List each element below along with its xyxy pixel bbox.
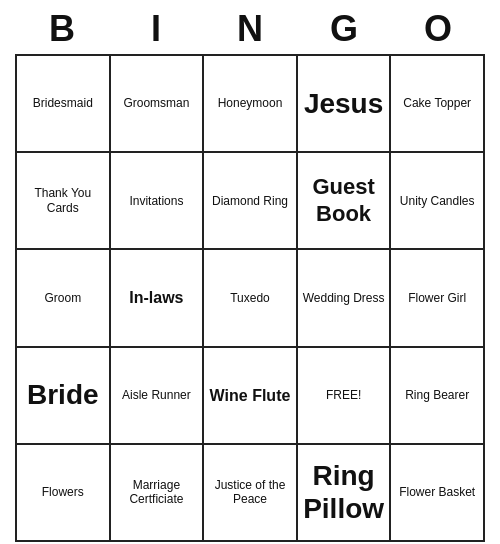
cell-text-14: Flower Girl [408, 291, 466, 305]
header-o: O [394, 8, 482, 50]
bingo-cell-19: Ring Bearer [391, 348, 485, 445]
bingo-cell-24: Flower Basket [391, 445, 485, 542]
header-i: I [112, 8, 200, 50]
cell-text-11: In-laws [129, 288, 183, 307]
cell-text-10: Groom [44, 291, 81, 305]
cell-text-16: Aisle Runner [122, 388, 191, 402]
cell-text-0: Bridesmaid [33, 96, 93, 110]
bingo-cell-16: Aisle Runner [111, 348, 205, 445]
bingo-cell-14: Flower Girl [391, 250, 485, 347]
bingo-cell-0: Bridesmaid [17, 56, 111, 153]
bingo-cell-17: Wine Flute [204, 348, 298, 445]
bingo-grid: BridesmaidGroomsmanHoneymoonJesusCake To… [15, 54, 485, 542]
cell-text-3: Jesus [304, 87, 383, 121]
cell-text-12: Tuxedo [230, 291, 270, 305]
cell-text-20: Flowers [42, 485, 84, 499]
bingo-cell-12: Tuxedo [204, 250, 298, 347]
bingo-cell-21: Marriage Certficiate [111, 445, 205, 542]
cell-text-9: Unity Candles [400, 194, 475, 208]
cell-text-23: Ring Pillow [301, 459, 387, 526]
header-g: G [300, 8, 388, 50]
header-n: N [206, 8, 294, 50]
bingo-cell-20: Flowers [17, 445, 111, 542]
cell-text-4: Cake Topper [403, 96, 471, 110]
bingo-cell-10: Groom [17, 250, 111, 347]
bingo-cell-13: Wedding Dress [298, 250, 392, 347]
bingo-cell-5: Thank You Cards [17, 153, 111, 250]
bingo-cell-1: Groomsman [111, 56, 205, 153]
bingo-cell-4: Cake Topper [391, 56, 485, 153]
cell-text-24: Flower Basket [399, 485, 475, 499]
bingo-cell-3: Jesus [298, 56, 392, 153]
cell-text-18: FREE! [326, 388, 361, 402]
cell-text-1: Groomsman [123, 96, 189, 110]
bingo-cell-7: Diamond Ring [204, 153, 298, 250]
cell-text-6: Invitations [129, 194, 183, 208]
cell-text-2: Honeymoon [218, 96, 283, 110]
bingo-cell-22: Justice of the Peace [204, 445, 298, 542]
cell-text-8: Guest Book [301, 174, 387, 227]
bingo-cell-9: Unity Candles [391, 153, 485, 250]
bingo-cell-2: Honeymoon [204, 56, 298, 153]
cell-text-7: Diamond Ring [212, 194, 288, 208]
bingo-header: B I N G O [15, 0, 485, 54]
bingo-cell-11: In-laws [111, 250, 205, 347]
cell-text-21: Marriage Certficiate [114, 478, 200, 507]
bingo-cell-6: Invitations [111, 153, 205, 250]
bingo-cell-15: Bride [17, 348, 111, 445]
cell-text-22: Justice of the Peace [207, 478, 293, 507]
cell-text-15: Bride [27, 378, 99, 412]
cell-text-13: Wedding Dress [303, 291, 385, 305]
bingo-cell-18: FREE! [298, 348, 392, 445]
cell-text-5: Thank You Cards [20, 186, 106, 215]
header-b: B [18, 8, 106, 50]
cell-text-19: Ring Bearer [405, 388, 469, 402]
bingo-cell-23: Ring Pillow [298, 445, 392, 542]
bingo-cell-8: Guest Book [298, 153, 392, 250]
cell-text-17: Wine Flute [210, 386, 291, 405]
